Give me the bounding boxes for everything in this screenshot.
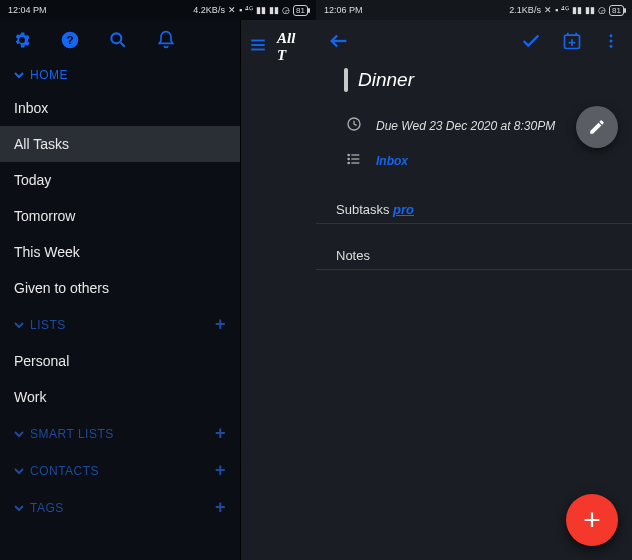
back-icon[interactable] <box>328 30 350 52</box>
phone-left: 12:04 PM 4.2KB/s ✕ ▪ ⁴ᴳ ▮▮ ▮▮ ◶ 81 ? <box>0 0 316 560</box>
drawer-item-tomorrow[interactable]: Tomorrow <box>0 198 240 234</box>
pencil-icon <box>588 118 606 136</box>
svg-text:?: ? <box>66 33 73 46</box>
battery-icon: 81 <box>609 5 624 16</box>
status-right: 2.1KB/s ✕ ▪ ⁴ᴳ ▮▮ ▮▮ ◶ 81 <box>509 5 624 16</box>
main-panel-peek: All T <box>240 20 316 560</box>
drawer-item-work[interactable]: Work <box>0 379 240 415</box>
signal-bars-icon: ▮▮ <box>572 5 582 15</box>
status-bar-right: 12:06 PM 2.1KB/s ✕ ▪ ⁴ᴳ ▮▮ ▮▮ ◶ 81 <box>316 0 632 20</box>
calendar-add-icon[interactable] <box>562 31 582 51</box>
drawer-item-inbox[interactable]: Inbox <box>0 90 240 126</box>
section-label: LISTS <box>30 318 66 332</box>
wifi-icon: ◶ <box>598 5 606 15</box>
list-link[interactable]: Inbox <box>376 154 408 168</box>
status-bar-left: 12:04 PM 4.2KB/s ✕ ▪ ⁴ᴳ ▮▮ ▮▮ ◶ 81 <box>0 0 316 20</box>
subtasks-label: Subtasks <box>336 202 389 217</box>
svg-point-22 <box>348 162 349 163</box>
section-smart-lists[interactable]: SMART LISTS + <box>0 415 240 452</box>
help-icon[interactable]: ? <box>60 30 80 50</box>
task-title-row: Dinner <box>316 62 632 108</box>
list-icon <box>346 151 362 170</box>
status-right: 4.2KB/s ✕ ▪ ⁴ᴳ ▮▮ ▮▮ ◶ 81 <box>193 5 308 16</box>
check-icon[interactable] <box>520 30 542 52</box>
drawer-item-today[interactable]: Today <box>0 162 240 198</box>
nav-drawer: ? HOME Inbox All Tasks Today Tomorrow Th… <box>0 20 240 526</box>
section-tags[interactable]: TAGS + <box>0 489 240 526</box>
signal-4g-icon: ⁴ᴳ <box>561 5 569 15</box>
add-smart-list-icon[interactable]: + <box>215 423 226 444</box>
pro-badge[interactable]: pro <box>393 202 414 217</box>
signal-bars-icon: ▮▮ <box>256 5 266 15</box>
svg-point-2 <box>111 33 121 43</box>
drawer-item-given-to-others[interactable]: Given to others <box>0 270 240 306</box>
chevron-down-icon <box>14 503 24 513</box>
edit-button[interactable] <box>576 106 618 148</box>
svg-point-14 <box>610 40 613 43</box>
drawer-item-personal[interactable]: Personal <box>0 343 240 379</box>
section-label: CONTACTS <box>30 464 99 478</box>
mute-icon: ✕ <box>544 5 552 15</box>
svg-point-20 <box>348 154 349 155</box>
svg-point-15 <box>610 45 613 48</box>
phone-right: 12:06 PM 2.1KB/s ✕ ▪ ⁴ᴳ ▮▮ ▮▮ ◶ 81 <box>316 0 632 560</box>
page-title: All T <box>277 30 308 64</box>
add-tag-icon[interactable]: + <box>215 497 226 518</box>
clock-icon <box>346 116 362 135</box>
mute-icon: ✕ <box>228 5 236 15</box>
wifi-icon: ◶ <box>282 5 290 15</box>
add-list-icon[interactable]: + <box>215 314 226 335</box>
signal-bars-icon: ▮▮ <box>585 5 595 15</box>
sim-icon: ▪ <box>555 5 558 15</box>
search-icon[interactable] <box>108 30 128 50</box>
section-lists[interactable]: LISTS + <box>0 306 240 343</box>
chevron-down-icon <box>14 320 24 330</box>
due-text: Due Wed 23 Dec 2020 at 8:30PM <box>376 119 555 133</box>
notes-section[interactable]: Notes <box>316 240 632 270</box>
task-title[interactable]: Dinner <box>358 69 414 91</box>
hamburger-icon[interactable] <box>249 36 267 58</box>
sim-icon: ▪ <box>239 5 242 15</box>
more-icon[interactable] <box>602 32 620 50</box>
add-contact-icon[interactable]: + <box>215 460 226 481</box>
drawer-toolbar: ? <box>0 20 240 60</box>
svg-line-3 <box>121 43 125 47</box>
section-label: TAGS <box>30 501 64 515</box>
chevron-down-icon <box>14 429 24 439</box>
bell-icon[interactable] <box>156 30 176 50</box>
drawer-item-all-tasks[interactable]: All Tasks <box>0 126 240 162</box>
signal-4g-icon: ⁴ᴳ <box>245 5 253 15</box>
status-time: 12:04 PM <box>8 5 47 15</box>
svg-point-21 <box>348 158 349 159</box>
chevron-down-icon <box>14 466 24 476</box>
list-row[interactable]: Inbox <box>316 143 632 178</box>
section-label: SMART LISTS <box>30 427 114 441</box>
battery-icon: 81 <box>293 5 308 16</box>
svg-point-13 <box>610 34 613 37</box>
drawer-item-this-week[interactable]: This Week <box>0 234 240 270</box>
chevron-down-icon <box>14 70 24 80</box>
section-label: HOME <box>30 68 68 82</box>
section-home[interactable]: HOME <box>0 60 240 90</box>
subtasks-section[interactable]: Subtasks pro <box>316 194 632 224</box>
settings-icon[interactable] <box>12 30 32 50</box>
section-contacts[interactable]: CONTACTS + <box>0 452 240 489</box>
status-time: 12:06 PM <box>324 5 363 15</box>
task-toolbar <box>316 20 632 62</box>
plus-icon: + <box>583 503 601 537</box>
notes-label: Notes <box>336 248 370 263</box>
signal-bars-icon: ▮▮ <box>269 5 279 15</box>
title-accent <box>344 68 348 92</box>
add-button[interactable]: + <box>566 494 618 546</box>
